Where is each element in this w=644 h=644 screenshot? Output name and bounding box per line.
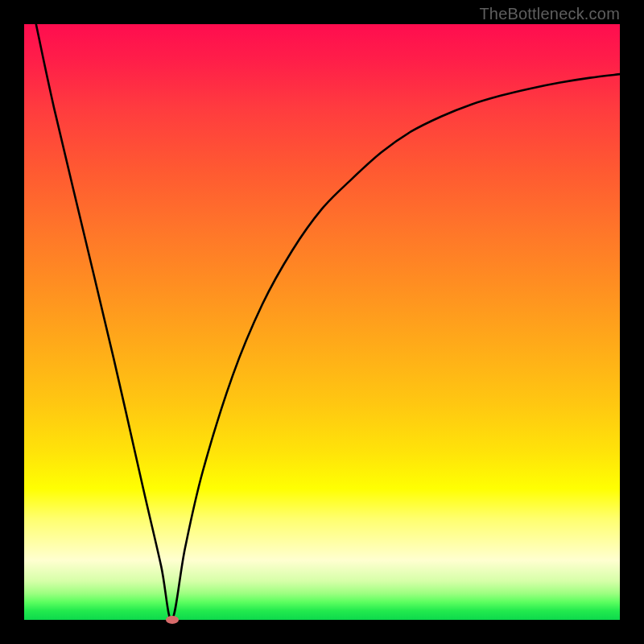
chart-container: TheBottleneck.com xyxy=(0,0,644,644)
plot-area xyxy=(24,24,620,620)
attribution-label: TheBottleneck.com xyxy=(479,5,620,23)
minimum-marker-icon xyxy=(166,616,179,624)
bottleneck-curve xyxy=(36,24,620,620)
curve-svg xyxy=(24,24,620,620)
